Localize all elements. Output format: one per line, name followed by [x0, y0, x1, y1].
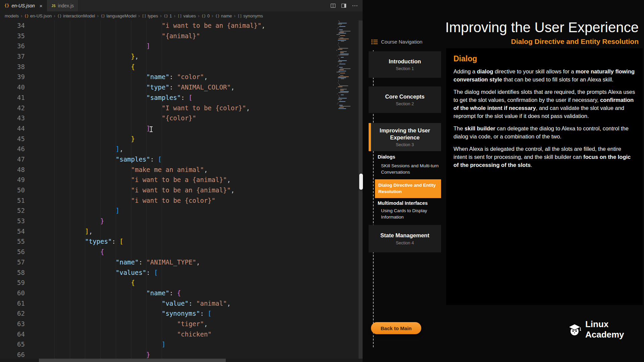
code-token: "{animal}"	[162, 32, 200, 40]
breadcrumb-item[interactable]: models	[5, 13, 19, 18]
code-text: "i want to be an {animal}",	[25, 20, 265, 31]
code-line[interactable]: 50 "i want to be an {animal}",	[0, 185, 334, 195]
code-token: ,	[227, 176, 231, 183]
horizontal-scrollbar-thumb[interactable]	[39, 359, 226, 362]
nav-section-core-concepts[interactable]: Core Concepts Section 2	[369, 86, 441, 113]
code-token: }	[146, 351, 150, 358]
line-number: 56	[0, 247, 25, 257]
split-editor-icon[interactable]	[330, 3, 336, 8]
code-line[interactable]: 65 ]	[0, 339, 334, 350]
code-line[interactable]: 58 "values": [	[0, 267, 334, 278]
minimap-line	[339, 105, 342, 106]
code-text: "i want to be an {animal}",	[25, 185, 234, 195]
tab-index-js[interactable]: JS index.js	[47, 0, 78, 11]
breadcrumb-item[interactable]: []types	[142, 13, 158, 18]
code-line[interactable]: 61 "value": "animal",	[0, 298, 334, 309]
subnav-dialogs[interactable]: Dialogs	[378, 154, 395, 160]
breadcrumb-item[interactable]: {}languageModel	[101, 13, 136, 18]
code-line[interactable]: 43 "{color}"	[0, 113, 334, 123]
minimap-line	[337, 56, 337, 56]
subnav-skill-sessions[interactable]: SKill Sessions and Multi-turn Conversati…	[381, 163, 440, 176]
code-line[interactable]: 38 {	[0, 62, 334, 72]
code-line[interactable]: 53 }	[0, 216, 334, 226]
code-line[interactable]: 45 }	[0, 134, 334, 144]
breadcrumb-item[interactable]: []synonyms	[237, 13, 263, 18]
code-line[interactable]: 60 "name": {	[0, 288, 334, 298]
toggle-panel-icon[interactable]	[341, 3, 346, 8]
section-title: Core Concepts	[380, 93, 429, 100]
code-area[interactable]: 34 "i want to be an {animal}",35 "{anima…	[0, 20, 334, 359]
course-navigation-toggle[interactable]: Course Navigation	[371, 39, 422, 45]
minimap-line	[340, 75, 343, 76]
split-drag-handle[interactable]	[359, 174, 363, 190]
code-line[interactable]: 46 ],	[0, 144, 334, 154]
code-token: {	[177, 289, 181, 297]
code-line[interactable]: 40 "type": "ANIMAL_COLOR",	[0, 82, 334, 93]
line-number: 47	[0, 154, 25, 165]
horizontal-scrollbar[interactable]	[0, 359, 363, 362]
nav-section-improving-ux[interactable]: Improving the User Experience Section 3	[369, 123, 441, 151]
code-line[interactable]: 36 ]	[0, 41, 334, 51]
code-line[interactable]: 62 "synonyms": [	[0, 308, 334, 319]
subnav-using-cards[interactable]: Using Cards to Display Information	[381, 208, 440, 221]
code-line[interactable]: 39 "name": "color",	[0, 72, 334, 82]
subnav-multimodal-interfaces[interactable]: Multimodal Interfaces	[378, 200, 428, 206]
minimap-line	[338, 40, 346, 41]
code-line[interactable]: 41 "samples": [	[0, 93, 334, 103]
code-token: {	[131, 279, 135, 286]
code-line[interactable]: 57 "name": "ANIMAL_TYPE",	[0, 257, 334, 267]
code-line[interactable]: 59 {	[0, 278, 334, 288]
minimap-line	[339, 48, 348, 49]
code-line[interactable]: 55 "types": [	[0, 236, 334, 247]
section-title: Improving the User Experience	[369, 127, 441, 141]
code-line[interactable]: 51 "i want to be {color}"	[0, 195, 334, 206]
more-actions-icon[interactable]: ⋯	[352, 4, 358, 7]
tab-en-us-json[interactable]: {} en-US.json ×	[0, 0, 47, 11]
minimap[interactable]	[334, 20, 359, 165]
code-line[interactable]: 54 ],	[0, 226, 334, 237]
minimap-line	[336, 88, 337, 88]
breadcrumb-item[interactable]: {}en-US.json	[24, 13, 52, 18]
code-token: {	[100, 248, 104, 255]
code-line[interactable]: 44 ]	[0, 123, 334, 134]
minimap-line	[339, 32, 344, 33]
nav-section-state-management[interactable]: State Management Section 4	[369, 225, 441, 252]
code-text: }	[25, 216, 104, 226]
content-text: that can be used to fill slots for an Al…	[502, 76, 613, 82]
breadcrumb-item[interactable]: []values	[177, 13, 196, 18]
code-line[interactable]: 56 {	[0, 247, 334, 257]
section-subtitle: Section 4	[396, 240, 414, 245]
minimap-line	[339, 97, 339, 98]
subnav-dialog-directive-active[interactable]: Dialog Directive and Entity Resolution	[375, 179, 441, 198]
minimap-line	[339, 29, 342, 30]
code-line[interactable]: 35 "{animal}"	[0, 31, 334, 41]
code-line[interactable]: 66 }	[0, 350, 334, 359]
code-line[interactable]: 42 "I want to be {color}",	[0, 103, 334, 113]
breadcrumb-label: name	[221, 13, 232, 18]
code-line[interactable]: 63 "tiger",	[0, 319, 334, 329]
code-line[interactable]: 49 "i want to be a {animal}",	[0, 175, 334, 185]
code-line[interactable]: 48 "make me an animal",	[0, 165, 334, 175]
code-line[interactable]: 64 "chicken"	[0, 329, 334, 340]
back-to-main-button[interactable]: Back to Main	[371, 322, 421, 334]
close-tab-icon[interactable]: ×	[40, 3, 43, 9]
code-token: [	[154, 269, 158, 276]
breadcrumb-item[interactable]: {}0	[202, 13, 210, 18]
code-token: "i want to be a {animal}"	[131, 176, 227, 183]
breadcrumb-item[interactable]: {}name	[215, 13, 232, 18]
minimap-line	[340, 68, 351, 69]
code-line[interactable]: 37 },	[0, 51, 334, 62]
code-line[interactable]: 34 "i want to be an {animal}",	[0, 20, 334, 31]
minimap-line	[338, 20, 339, 21]
code-line[interactable]: 47 "samples": [	[0, 154, 334, 165]
nav-section-introduction[interactable]: Introduction Section 1	[369, 51, 441, 78]
brand-logo: Linux Academy	[567, 319, 644, 340]
breadcrumb-item[interactable]: {}1	[164, 13, 172, 18]
line-number: 34	[0, 20, 25, 31]
code-token: ,	[231, 186, 234, 194]
code-text: "{animal}"	[25, 31, 200, 41]
minimap-line	[339, 84, 339, 85]
code-token: :	[150, 156, 154, 163]
code-line[interactable]: 52 ]	[0, 205, 334, 216]
breadcrumb-item[interactable]: {}interactionModel	[57, 13, 95, 18]
